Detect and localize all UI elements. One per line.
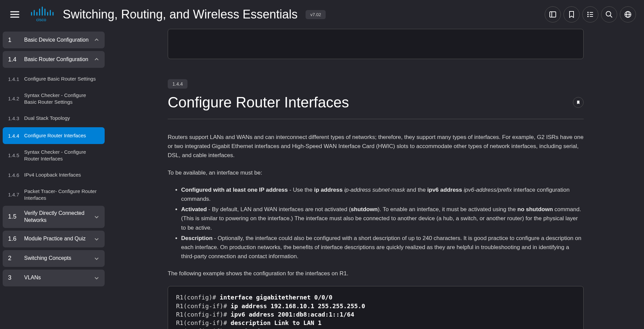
menu-button[interactable] — [8, 8, 21, 21]
list-item: Activated - By default, LAN and WAN inte… — [181, 205, 584, 232]
list-icon — [586, 10, 594, 18]
hamburger-icon — [9, 9, 20, 20]
sidebar-item-1-4-4[interactable]: 1.4.4Configure Router Interfaces — [3, 127, 105, 144]
chevron-down-icon — [94, 275, 99, 281]
bookmark-icon — [568, 10, 576, 18]
bullet-strong: Description — [181, 235, 213, 241]
svg-point-12 — [588, 12, 589, 13]
bookmark-icon — [576, 100, 581, 105]
section-number-badge: 1.4.4 — [168, 79, 187, 89]
sidebar-item-number: 1.4.2 — [8, 96, 24, 101]
sidebar-item-label: Basic Router Configuration — [24, 56, 94, 63]
sidebar-item-number: 1.4.1 — [8, 76, 24, 82]
sidebar-item-1-4[interactable]: 1.4Basic Router Configuration — [3, 51, 105, 68]
section-bookmark-button[interactable] — [573, 97, 584, 108]
list-button[interactable] — [582, 6, 598, 22]
sidebar-item-number: 2 — [8, 255, 24, 262]
chevron-down-icon — [94, 256, 99, 261]
globe-button[interactable] — [620, 6, 636, 22]
main-content: 1.4.4 Configure Router Interfaces Router… — [107, 29, 644, 329]
section-title: Configure Router Interfaces — [168, 94, 349, 111]
sidebar-item-label: Configure Router Interfaces — [24, 132, 99, 139]
sidebar-item-3[interactable]: 3VLANs — [3, 270, 105, 286]
chevron-up-icon — [94, 37, 99, 43]
chevron-up-icon — [94, 57, 99, 62]
sidebar-item-1-4-3[interactable]: 1.4.3Dual Stack Topology — [3, 110, 105, 127]
header-actions — [545, 6, 636, 22]
sidebar-item-label: Verify Directly Connected Networks — [24, 210, 94, 224]
sidebar-item-1-4-1[interactable]: 1.4.1Configure Basic Router Settings — [3, 70, 105, 87]
search-button[interactable] — [601, 6, 617, 22]
sidebar-item-1-4-5[interactable]: 1.4.5Syntax Checker - Configure Router I… — [3, 145, 105, 166]
panel-button[interactable] — [545, 6, 561, 22]
svg-point-18 — [606, 11, 611, 16]
sidebar-item-label: Packet Tracer- Configure Router Interfac… — [24, 188, 99, 201]
bookmark-button[interactable] — [564, 6, 580, 22]
sidebar-item-label: VLANs — [24, 274, 94, 281]
requirement-list: Configured with at least one IP address … — [168, 185, 584, 261]
sidebar-item-label: Dual Stack Topology — [24, 115, 99, 122]
sidebar-item-number: 1.4.4 — [8, 133, 24, 139]
svg-line-19 — [610, 15, 612, 17]
svg-point-14 — [588, 16, 589, 17]
code-block-previous — [168, 29, 584, 59]
panel-icon — [549, 10, 557, 18]
italic-text: ipv6-address/prefix — [462, 187, 512, 193]
chevron-down-icon — [94, 214, 99, 220]
sidebar-item-1-5[interactable]: 1.5Verify Directly Connected Networks — [3, 206, 105, 228]
config-code-block: R1(config)# interface gigabitethernet 0/… — [168, 286, 584, 329]
sidebar-item-number: 1.4.6 — [8, 172, 24, 178]
sidebar-item-number: 1.4.7 — [8, 192, 24, 197]
command-text: shutdown — [351, 206, 378, 213]
list-item: Description - Optionally, the interface … — [181, 234, 584, 261]
svg-rect-10 — [550, 12, 556, 17]
sidebar-item-number: 1.4 — [8, 56, 24, 63]
sidebar-item-number: 1.5 — [8, 213, 24, 220]
italic-text: ip-address subnet-mask — [343, 187, 405, 193]
sidebar-item-label: Configure Basic Router Settings — [24, 76, 99, 82]
command-text: ip address — [314, 187, 342, 193]
availability-line: To be available, an interface must be: — [168, 168, 584, 177]
cisco-logo: cisco — [30, 6, 55, 22]
sidebar-item-1[interactable]: 1Basic Device Configuration — [3, 32, 105, 48]
bullet-strong: Configured with at least one IP address — [181, 187, 288, 193]
list-item: Configured with at least one IP address … — [181, 185, 584, 203]
sidebar-item-1-4-2[interactable]: 1.4.2Syntax Checker - Configure Basic Ro… — [3, 88, 105, 109]
command-text: no shutdown — [518, 206, 553, 213]
course-title: Switching, Routing, and Wireless Essenti… — [63, 7, 298, 21]
svg-point-13 — [588, 14, 589, 15]
sidebar-item-1-6[interactable]: 1.6Module Practice and Quiz — [3, 231, 105, 247]
globe-icon — [624, 10, 632, 18]
command-text: ipv6 address — [427, 187, 462, 193]
sidebar-item-label: IPv4 Loopback Interfaces — [24, 172, 99, 178]
search-icon — [605, 10, 613, 18]
sidebar-item-number: 1 — [8, 37, 24, 44]
version-badge: v7.02 — [306, 10, 326, 19]
svg-text:cisco: cisco — [36, 17, 46, 22]
sidebar-item-label: Switching Concepts — [24, 255, 94, 262]
sidebar-item-label: Syntax Checker - Configure Basic Router … — [24, 92, 99, 105]
sidebar-item-number: 1.4.5 — [8, 152, 24, 158]
sidebar-item-number: 1.4.3 — [8, 115, 24, 121]
section-header: Configure Router Interfaces — [168, 94, 584, 119]
example-intro: The following example shows the configur… — [168, 269, 584, 278]
chevron-down-icon — [94, 236, 99, 242]
intro-paragraph: Routers support LANs and WANs and can in… — [168, 133, 584, 160]
sidebar-item-number: 1.6 — [8, 235, 24, 242]
sidebar-item-1-4-7[interactable]: 1.4.7Packet Tracer- Configure Router Int… — [3, 184, 105, 205]
sidebar-item-label: Module Practice and Quiz — [24, 235, 94, 242]
sidebar-item-1-4-6[interactable]: 1.4.6IPv4 Loopback Interfaces — [3, 167, 105, 183]
sidebar-item-2[interactable]: 2Switching Concepts — [3, 250, 105, 267]
bullet-strong: Activated — [181, 206, 207, 213]
sidebar-item-number: 3 — [8, 274, 24, 281]
app-header: cisco Switching, Routing, and Wireless E… — [0, 0, 644, 29]
sidebar-nav: 1Basic Device Configuration1.4Basic Rout… — [0, 29, 107, 329]
sidebar-item-label: Basic Device Configuration — [24, 37, 94, 44]
sidebar-item-label: Syntax Checker - Configure Router Interf… — [24, 149, 99, 162]
